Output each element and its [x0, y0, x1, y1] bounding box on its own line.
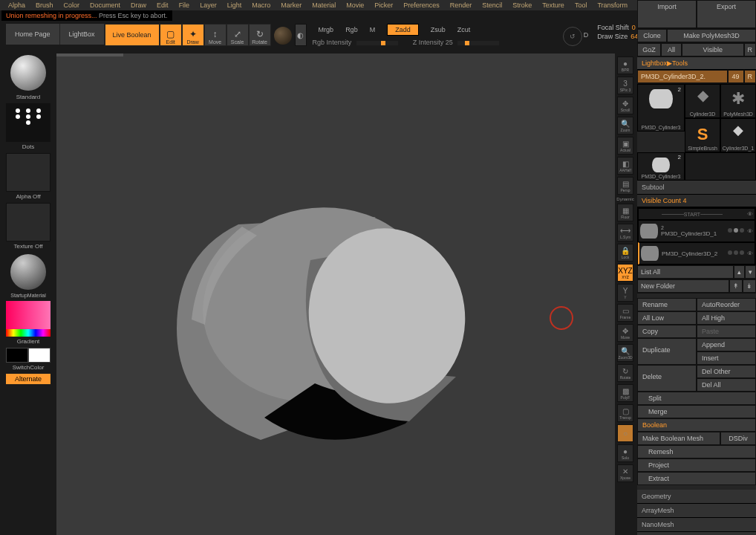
tool-cylinder-sub[interactable]: 2 PM3D_Cylinder3: [637, 152, 685, 181]
del-all-button[interactable]: Del All: [697, 378, 756, 392]
rail-aahalf[interactable]: ◧AAHalf: [617, 157, 633, 175]
move-mode[interactable]: ↕Move: [204, 24, 227, 46]
rotate-mode[interactable]: ↻Rotate: [249, 24, 271, 46]
rail-lock[interactable]: 🔒Lock: [617, 244, 633, 262]
menu-render[interactable]: Render: [445, 1, 478, 9]
rail-xpose[interactable]: ✕Xpose: [617, 464, 633, 482]
menu-stencil[interactable]: Stencil: [477, 1, 507, 9]
menu-file[interactable]: File: [174, 1, 195, 9]
rail-actual[interactable]: ▣Actual: [617, 137, 633, 155]
rail-polyf[interactable]: ▩PolyF: [617, 384, 633, 402]
insert-button[interactable]: Insert: [697, 351, 756, 365]
menu-light[interactable]: Light: [222, 1, 247, 9]
rail-rotate[interactable]: ↻Rotate: [617, 364, 633, 382]
tool-cylinder-main[interactable]: 2 PM3D_Cylinder3: [637, 84, 685, 132]
eye-icon[interactable]: 👁: [747, 228, 753, 235]
list-up-icon[interactable]: ▴: [734, 265, 745, 279]
menu-macro[interactable]: Macro: [247, 1, 276, 9]
nanomesh-section[interactable]: NanoMesh: [637, 518, 756, 532]
color-picker[interactable]: Gradient: [3, 301, 53, 346]
menu-alpha[interactable]: Alpha: [3, 1, 30, 9]
clone-button[interactable]: Clone: [637, 29, 667, 42]
tool-cylinder3d[interactable]: ◆Cylinder3D: [685, 84, 720, 118]
stroke-slot[interactable]: Dots: [3, 103, 53, 152]
autoreorder-button[interactable]: AutoReorder: [697, 298, 756, 311]
menu-marker[interactable]: Marker: [276, 1, 307, 9]
rail-persp[interactable]: ▤Persp: [617, 177, 633, 195]
rename-button[interactable]: Rename: [637, 298, 697, 311]
goz-visible-button[interactable]: Visible: [682, 43, 744, 56]
menu-stroke[interactable]: Stroke: [507, 1, 537, 9]
rgb-mode[interactable]: Rgb: [345, 26, 358, 33]
texture-slot[interactable]: Texture Off: [3, 203, 53, 251]
rail-spix-3[interactable]: 3SPix 3: [617, 77, 633, 94]
arraymesh-section[interactable]: ArrayMesh: [637, 504, 756, 518]
menu-draw[interactable]: Draw: [126, 1, 151, 9]
current-tool-r[interactable]: R: [744, 70, 757, 83]
alpha-slot[interactable]: Alpha Off: [3, 153, 53, 201]
layers-section[interactable]: Layers: [637, 532, 756, 535]
menu-picker[interactable]: Picker: [369, 1, 398, 9]
make-polymesh-button[interactable]: Make PolyMesh3D: [667, 29, 756, 42]
menu-edit[interactable]: Edit: [151, 1, 174, 9]
eye-icon[interactable]: 👁: [747, 211, 753, 218]
live-boolean-button[interactable]: Live Boolean: [105, 24, 160, 46]
dsdiv-button[interactable]: DSDiv: [720, 432, 756, 445]
zadd-mode[interactable]: Zadd: [387, 24, 419, 36]
current-tool-name[interactable]: PM3D_Cylinder3D_2.: [637, 70, 728, 83]
alternate-button[interactable]: Alternate: [6, 374, 50, 384]
rail-frame[interactable]: ▭Frame: [617, 304, 633, 322]
draw-mode[interactable]: ✦Draw: [182, 24, 204, 46]
list-all-button[interactable]: List All: [637, 265, 734, 279]
list-dn-icon[interactable]: ▾: [745, 265, 756, 279]
edit-mode[interactable]: ▢Edit: [160, 24, 182, 46]
new-folder-button[interactable]: New Folder: [637, 279, 729, 293]
rail-floor[interactable]: ▦Floor: [617, 204, 633, 221]
import-button[interactable]: Import: [637, 0, 697, 28]
material-slot[interactable]: StartupMaterial: [3, 253, 53, 299]
rail-scroll[interactable]: ✥Scroll: [617, 97, 633, 114]
menu-document[interactable]: Document: [85, 1, 126, 9]
tool-cylinder3d-1[interactable]: ◆Cylinder3D_1: [720, 118, 756, 152]
menu-material[interactable]: Material: [307, 1, 341, 9]
lightbox-button[interactable]: LightBox: [60, 24, 105, 45]
mrgb-mode[interactable]: Mrgb: [319, 26, 334, 33]
rail-zoom[interactable]: 🔍Zoom: [617, 117, 633, 134]
rail-xyz[interactable]: XYZXYZ: [617, 264, 633, 282]
home-button[interactable]: Home Page: [6, 24, 60, 45]
rail-move[interactable]: ✥Move: [617, 324, 633, 342]
copy-button[interactable]: Copy: [637, 325, 697, 338]
rail-l-sym[interactable]: ⟷L.Sym: [617, 224, 633, 241]
menu-color[interactable]: Color: [59, 1, 85, 9]
switch-color-slot[interactable]: SwitchColor: [3, 348, 53, 372]
material-swatch-icon[interactable]: [274, 27, 292, 45]
all-high-button[interactable]: All High: [697, 311, 756, 325]
menu-texture[interactable]: Texture: [537, 1, 570, 9]
goz-r-button[interactable]: R: [744, 43, 757, 56]
subtool-item-2[interactable]: PM3D_Cylinder3D_2 👁: [638, 242, 755, 265]
brush-slot[interactable]: Standard: [3, 54, 53, 102]
goz-button[interactable]: GoZ: [637, 43, 661, 56]
del-other-button[interactable]: Del Other: [697, 365, 756, 378]
remesh-button[interactable]: Remesh: [637, 445, 756, 458]
rail-solo[interactable]: ●Solo: [617, 444, 633, 462]
subtool-item-1[interactable]: 2 PM3D_Cylinder3D_1 👁: [638, 220, 755, 242]
menu-tool[interactable]: Tool: [570, 1, 593, 9]
scale-mode[interactable]: ⤢Scale: [227, 24, 249, 46]
menu-preferences[interactable]: Preferences: [398, 1, 445, 9]
menu-movie[interactable]: Movie: [341, 1, 369, 9]
tool-simplebrush[interactable]: SSimpleBrush: [685, 118, 720, 152]
extract-button[interactable]: Extract: [637, 472, 756, 485]
rail-bpr[interactable]: ●BPR: [617, 56, 633, 74]
goz-all-button[interactable]: All: [661, 43, 682, 56]
project-button[interactable]: Project: [637, 458, 756, 472]
delete-button[interactable]: Delete: [637, 365, 697, 392]
make-boolean-button[interactable]: Make Boolean Mesh: [637, 432, 720, 445]
split-button[interactable]: Split: [637, 392, 756, 405]
lightbox-tools-button[interactable]: Lightbox▶Tools: [637, 57, 756, 70]
menu-brush[interactable]: Brush: [30, 1, 59, 9]
append-button[interactable]: Append: [697, 338, 756, 351]
eye-icon[interactable]: 👁: [747, 250, 753, 257]
rail-btn18[interactable]: ○: [617, 424, 633, 442]
rail-y[interactable]: YY: [617, 284, 633, 302]
